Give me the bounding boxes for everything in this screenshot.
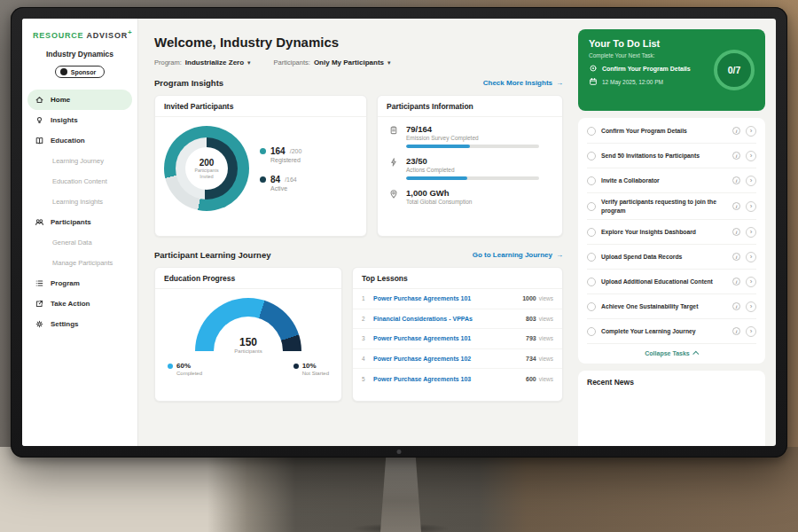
task-row[interactable]: Upload Spend Data Records i ›: [587, 245, 756, 270]
task-label: Upload Spend Data Records: [601, 253, 727, 262]
sidebar-item-learning-journey[interactable]: Learning Journey: [27, 151, 132, 171]
chevron-right-icon[interactable]: ›: [746, 201, 756, 212]
sidebar-item-home[interactable]: Home: [27, 90, 132, 110]
stat-global-consumption: 1,000 GWh Total Global Consumption: [388, 188, 552, 205]
task-checkbox[interactable]: [587, 302, 596, 311]
chevron-right-icon[interactable]: ›: [746, 227, 756, 238]
next-time-label: 12 May 2025, 12:00 PM: [602, 79, 663, 85]
arrow-right-icon: →: [556, 251, 563, 259]
lesson-title-link[interactable]: Power Purchase Agreements 101: [373, 335, 526, 341]
stat-label: Emission Survey Completed: [406, 135, 539, 141]
task-row[interactable]: Send 50 Invitations to Participants i ›: [587, 144, 756, 168]
lesson-row[interactable]: 3 Power Purchase Agreements 101 793views: [353, 329, 562, 349]
task-row[interactable]: Invite a Collaborator i ›: [587, 168, 756, 193]
chevron-right-icon[interactable]: ›: [746, 277, 756, 287]
sidebar-item-label: Education: [51, 137, 85, 145]
task-checkbox[interactable]: [587, 278, 596, 286]
sidebar-item-general-data[interactable]: General Data: [27, 232, 132, 253]
gear-icon: [35, 319, 44, 329]
task-row[interactable]: Confirm Your Program Details i ›: [587, 119, 756, 144]
info-icon[interactable]: i: [732, 202, 740, 210]
sidebar-item-label: General Data: [52, 239, 92, 246]
task-checkbox[interactable]: [587, 202, 596, 211]
book-icon: [35, 136, 44, 145]
card-title: Education Progress: [155, 268, 341, 289]
main-content: Welcome, Industry Dynamics Program: Indu…: [138, 19, 575, 446]
sidebar-item-settings[interactable]: Settings: [27, 314, 132, 334]
external-arrow-icon: [35, 299, 44, 309]
sidebar-item-education-content[interactable]: Education Content: [27, 171, 132, 192]
todo-next-task[interactable]: Confirm Your Program Details: [589, 64, 703, 73]
lesson-title-link[interactable]: Financial Considerations - VPPAs: [373, 316, 526, 322]
section-title: Program Insights: [154, 78, 223, 88]
task-row[interactable]: Upload Additional Educational Content i …: [587, 270, 756, 294]
todo-title: Your To Do List: [589, 38, 703, 49]
task-checkbox[interactable]: [587, 253, 596, 262]
insights-cards-row: Invited Participants 200 Participants In…: [154, 95, 563, 237]
sidebar-item-education[interactable]: Education: [27, 130, 132, 151]
sidebar-item-take-action[interactable]: Take Action: [27, 293, 132, 314]
task-row[interactable]: Verify participants requesting to join t…: [587, 193, 756, 220]
task-checkbox[interactable]: [587, 127, 596, 136]
lesson-row[interactable]: 2 Financial Considerations - VPPAs 803vi…: [353, 309, 562, 330]
lesson-row[interactable]: 4 Power Purchase Agreements 102 734views: [353, 349, 562, 370]
info-icon[interactable]: i: [732, 278, 740, 286]
program-select-label: Program:: [154, 59, 182, 66]
go-to-learning-journey-link[interactable]: Go to Learning Journey →: [473, 251, 563, 259]
lesson-views: 734: [526, 356, 536, 362]
info-icon[interactable]: i: [732, 176, 740, 184]
lesson-row[interactable]: 5 Power Purchase Agreements 103 600views: [353, 369, 562, 389]
lesson-title-link[interactable]: Power Purchase Agreements 101: [373, 295, 522, 301]
sidebar-item-participants[interactable]: Participants: [27, 212, 132, 232]
lesson-row[interactable]: 1 Power Purchase Agreements 101 1000view…: [353, 289, 562, 309]
card-title: Participants Information: [378, 96, 562, 117]
todo-summary-card: Your To Do List Complete Your Next Task:…: [578, 29, 765, 111]
legend-label: Active: [270, 185, 301, 192]
chevron-right-icon[interactable]: ›: [746, 301, 756, 312]
sidebar-item-insights[interactable]: Insights: [27, 110, 132, 130]
lesson-title-link[interactable]: Power Purchase Agreements 102: [373, 356, 526, 362]
list-icon: [35, 278, 44, 288]
home-icon: [35, 95, 44, 105]
sidebar-item-learning-insights[interactable]: Learning Insights: [27, 192, 132, 212]
info-icon[interactable]: i: [732, 152, 740, 160]
participants-select[interactable]: Participants: Only My Participants ▾: [274, 59, 391, 66]
target-icon: [589, 64, 598, 73]
lesson-views-unit: views: [539, 295, 553, 301]
sidebar: RESOURCE ADVISOR+ Industry Dynamics Spon…: [22, 19, 138, 446]
chevron-right-icon[interactable]: ›: [746, 326, 756, 337]
info-icon[interactable]: i: [732, 327, 740, 335]
task-checkbox[interactable]: [587, 176, 596, 185]
legend-label: Registered: [270, 157, 301, 163]
task-checkbox[interactable]: [587, 152, 596, 160]
chevron-right-icon[interactable]: ›: [746, 126, 756, 137]
info-icon[interactable]: i: [732, 253, 740, 261]
logo-secondary: ADVISOR: [86, 31, 128, 40]
collapse-tasks-button[interactable]: Collapse Tasks: [587, 344, 756, 362]
monitor-bezel: RESOURCE ADVISOR+ Industry Dynamics Spon…: [11, 7, 787, 458]
chevron-right-icon[interactable]: ›: [746, 151, 756, 161]
sidebar-item-label: Education Content: [52, 177, 107, 185]
info-icon[interactable]: i: [732, 302, 740, 310]
sidebar-item-manage-participants[interactable]: Manage Participants: [27, 253, 132, 273]
chevron-right-icon[interactable]: ›: [746, 252, 756, 262]
chevron-right-icon[interactable]: ›: [746, 176, 756, 186]
check-more-insights-link[interactable]: Check More Insights →: [483, 79, 563, 87]
logo-primary: RESOURCE: [33, 31, 83, 40]
task-checkbox[interactable]: [587, 327, 596, 336]
program-select-value: Industrialize Zero: [185, 59, 244, 66]
task-row[interactable]: Achieve One Sustainability Target i ›: [587, 294, 756, 319]
info-icon[interactable]: i: [732, 228, 740, 236]
info-icon[interactable]: i: [732, 127, 740, 135]
task-row[interactable]: Explore Your Insights Dashboard i ›: [587, 220, 756, 245]
sidebar-item-program[interactable]: Program: [27, 273, 132, 293]
task-row[interactable]: Complete Your Learning Journey i ›: [587, 319, 756, 344]
task-checkbox[interactable]: [587, 228, 596, 237]
lesson-views-unit: views: [539, 376, 553, 382]
program-select[interactable]: Program: Industrialize Zero ▾: [154, 59, 251, 66]
card-title: Top Lessons: [353, 268, 562, 289]
legend-dot: [260, 148, 266, 154]
sponsor-badge[interactable]: Sponsor: [55, 66, 105, 78]
stat-value: 23/50: [406, 156, 539, 166]
lesson-title-link[interactable]: Power Purchase Agreements 103: [373, 376, 526, 382]
